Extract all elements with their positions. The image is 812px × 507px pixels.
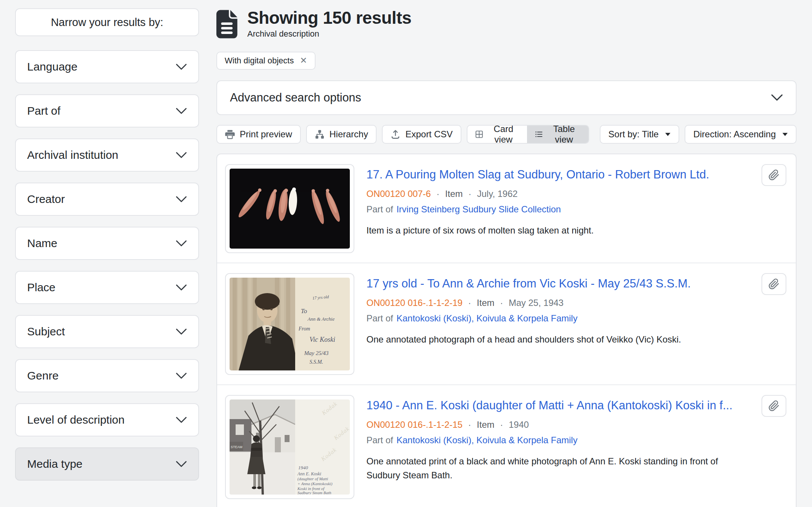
sidebar-item-archival-institution[interactable]: Archival institution bbox=[15, 138, 199, 172]
thumbnail-annotation: S.S.M. bbox=[309, 359, 323, 365]
sidebar-item-name[interactable]: Name bbox=[15, 227, 199, 260]
result-description: One annotated photograph of a head and s… bbox=[366, 332, 749, 346]
thumbnail-caption-line: (daughter of Matti bbox=[297, 476, 328, 481]
result-description: Item is a picture of six rows of molten … bbox=[366, 223, 749, 237]
chevron-down-icon bbox=[176, 461, 187, 467]
chevron-down-icon bbox=[176, 63, 187, 70]
filter-label: Language bbox=[27, 60, 77, 73]
reference-code: ON00120 016-.1-1-2-19 bbox=[366, 298, 463, 308]
result-meta: ON00120 016-.1-1-2-19 · Item · May 25, 1… bbox=[366, 298, 752, 308]
filter-label: Place bbox=[27, 281, 55, 294]
chevron-down-icon bbox=[176, 108, 187, 114]
sidebar-item-creator[interactable]: Creator bbox=[15, 183, 199, 216]
result-item: STEAM Kodak Kodak Kodak bbox=[217, 385, 796, 507]
chevron-down-icon bbox=[176, 372, 187, 379]
sidebar-item-subject[interactable]: Subject bbox=[15, 315, 199, 348]
filters-sidebar: Narrow your results by: Language Part of… bbox=[15, 8, 199, 507]
sidebar-item-place[interactable]: Place bbox=[15, 271, 199, 304]
sidebar-item-language[interactable]: Language bbox=[15, 50, 199, 83]
result-title-link[interactable]: 17 yrs old - To Ann & Archie from Vic Ko… bbox=[366, 277, 752, 290]
vic-koski-portrait-photo: 17 yrs old To Ann & Archie From Vic Kosk… bbox=[230, 278, 350, 370]
close-icon[interactable]: ✕ bbox=[300, 56, 307, 65]
molten-slag-photo bbox=[230, 169, 350, 249]
advanced-search-toggle[interactable]: Advanced search options bbox=[216, 80, 797, 115]
paperclip-button[interactable] bbox=[761, 273, 786, 295]
level-of-description: Item bbox=[477, 419, 495, 430]
sidebar-item-level-of-description[interactable]: Level of description bbox=[15, 403, 199, 436]
result-thumbnail[interactable] bbox=[225, 164, 354, 253]
advanced-search-label: Advanced search options bbox=[230, 91, 361, 104]
sidebar-item-genre[interactable]: Genre bbox=[15, 359, 199, 392]
sort-by-label: Sort by: Title bbox=[608, 129, 659, 140]
result-item: 17. A Pouring Molten Slag at Sudbury, On… bbox=[217, 154, 796, 263]
result-title-link[interactable]: 1940 - Ann E. Koski (daughter of Matti +… bbox=[366, 399, 752, 412]
filter-label: Genre bbox=[27, 369, 58, 382]
print-preview-button[interactable]: Print preview bbox=[216, 125, 301, 144]
filter-label: Part of bbox=[27, 104, 60, 117]
filter-label: Archival institution bbox=[27, 149, 118, 161]
part-of-link[interactable]: Kantokoski (Koski), Koivula & Korpela Fa… bbox=[397, 435, 578, 446]
meta-separator: · bbox=[437, 189, 440, 199]
direction-dropdown[interactable]: Direction: Ascending bbox=[685, 125, 797, 144]
app-root: Narrow your results by: Language Part of… bbox=[0, 0, 812, 507]
result-meta: ON00120 016-.1-1-2-15 · Item · 1940 bbox=[366, 419, 752, 430]
table-view-button[interactable]: Table view bbox=[527, 126, 588, 143]
results-panel: 17. A Pouring Molten Slag at Sudbury, On… bbox=[216, 154, 797, 507]
page-header-text: Showing 150 results Archival description bbox=[247, 8, 411, 39]
view-toggle-group: Card view Table view bbox=[467, 125, 589, 144]
result-thumbnail[interactable]: STEAM Kodak Kodak Kodak bbox=[225, 395, 354, 499]
part-of-link[interactable]: Irving Steinberg Sudbury Slide Collectio… bbox=[397, 204, 561, 215]
filter-label: Name bbox=[27, 237, 57, 250]
result-description: One annotated print of a black and white… bbox=[366, 454, 749, 482]
thumbnail-annotation: Ann & Archie bbox=[307, 316, 335, 322]
card-view-button[interactable]: Card view bbox=[467, 126, 527, 143]
result-date: 1940 bbox=[509, 419, 529, 430]
paperclip-icon bbox=[768, 400, 780, 412]
sidebar-item-part-of[interactable]: Part of bbox=[15, 94, 199, 128]
printer-icon bbox=[225, 129, 235, 139]
ann-koski-photo: STEAM Kodak Kodak Kodak bbox=[230, 399, 350, 495]
thumbnail-annotation: May 25/43 bbox=[304, 350, 329, 356]
card-view-label: Card view bbox=[488, 125, 519, 144]
filter-tag-with-digital-objects: With digital objects ✕ bbox=[216, 52, 316, 70]
result-thumbnail[interactable]: 17 yrs old To Ann & Archie From Vic Kosk… bbox=[225, 273, 354, 375]
sidebar-item-media-type[interactable]: Media type bbox=[15, 447, 199, 481]
filter-label: Level of description bbox=[27, 413, 125, 426]
export-csv-button[interactable]: Export CSV bbox=[382, 125, 461, 144]
result-date: July, 1962 bbox=[477, 189, 518, 199]
chevron-down-icon bbox=[176, 240, 187, 247]
result-meta: ON00120 007-6 · Item · July, 1962 bbox=[366, 189, 752, 199]
result-title-link[interactable]: 17. A Pouring Molten Slag at Sudbury, On… bbox=[366, 168, 752, 181]
filter-tag-label: With digital objects bbox=[225, 56, 294, 66]
thumbnail-annotation: To bbox=[301, 307, 307, 315]
reference-code: ON00120 007-6 bbox=[366, 189, 431, 199]
hierarchy-button[interactable]: Hierarchy bbox=[306, 125, 377, 144]
results-toolbar: Print preview Hierarchy Export CSV bbox=[216, 125, 797, 144]
caret-down-icon bbox=[782, 132, 788, 136]
sort-by-dropdown[interactable]: Sort by: Title bbox=[600, 125, 679, 144]
chevron-down-icon bbox=[176, 328, 187, 335]
document-icon bbox=[216, 10, 238, 38]
part-of-label: Part of bbox=[366, 435, 393, 446]
paperclip-icon bbox=[768, 169, 780, 181]
paperclip-button[interactable] bbox=[761, 164, 786, 186]
export-csv-label: Export CSV bbox=[405, 129, 452, 140]
reference-code: ON00120 016-.1-1-2-15 bbox=[366, 419, 463, 430]
result-item: 17 yrs old To Ann & Archie From Vic Kosk… bbox=[217, 263, 796, 385]
paperclip-button[interactable] bbox=[761, 395, 786, 417]
result-summary: 17 yrs old - To Ann & Archie from Vic Ko… bbox=[366, 273, 752, 346]
chevron-down-icon bbox=[771, 94, 783, 101]
result-summary: 17. A Pouring Molten Slag at Sudbury, On… bbox=[366, 164, 752, 237]
card-view-icon bbox=[475, 129, 483, 139]
part-of-line: Part of Kantokoski (Koski), Koivula & Ko… bbox=[366, 313, 752, 324]
page-title: Showing 150 results bbox=[247, 8, 411, 28]
filter-label: Creator bbox=[27, 193, 65, 206]
meta-separator: · bbox=[468, 189, 471, 199]
thumbnail-caption-line: + Anna (Kantokoski) bbox=[297, 481, 332, 486]
result-date: May 25, 1943 bbox=[509, 298, 564, 308]
part-of-link[interactable]: Kantokoski (Koski), Koivula & Korpela Fa… bbox=[397, 313, 578, 324]
chevron-down-icon bbox=[176, 284, 187, 291]
chevron-down-icon bbox=[176, 416, 187, 423]
filter-label: Media type bbox=[27, 458, 83, 470]
part-of-label: Part of bbox=[366, 313, 393, 324]
